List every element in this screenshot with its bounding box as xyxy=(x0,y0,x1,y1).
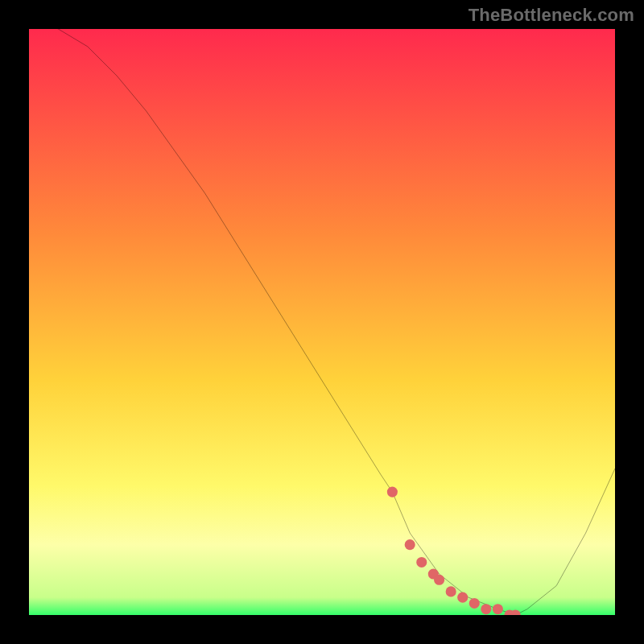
valley-marker xyxy=(387,487,398,497)
plot-area xyxy=(29,29,615,615)
valley-marker xyxy=(481,604,491,614)
watermark-text: TheBottleneck.com xyxy=(469,5,634,26)
valley-marker xyxy=(446,586,456,597)
valley-marker xyxy=(457,592,468,603)
valley-marker xyxy=(416,557,427,568)
chart-frame: TheBottleneck.com xyxy=(0,0,644,644)
valley-marker xyxy=(493,604,503,614)
bottleneck-curve xyxy=(29,29,615,615)
valley-marker xyxy=(434,575,444,585)
valley-marker xyxy=(469,598,480,609)
valley-marker xyxy=(405,539,415,550)
